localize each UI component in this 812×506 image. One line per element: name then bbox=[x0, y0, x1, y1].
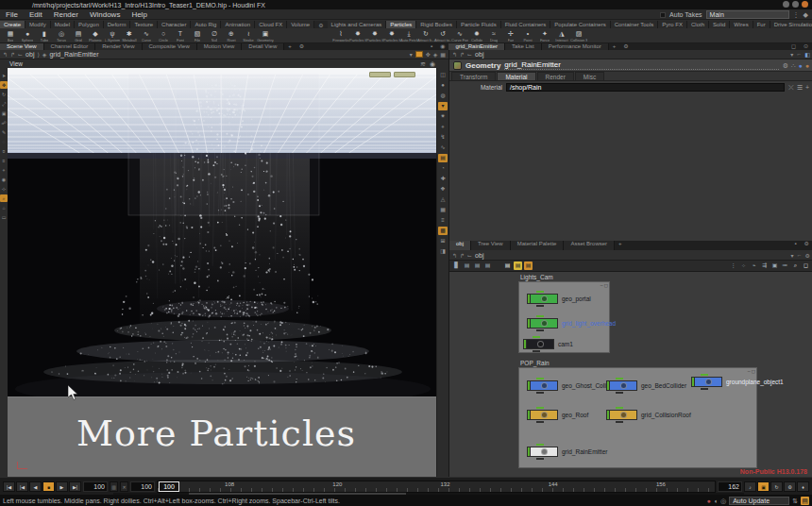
nav-back-icon[interactable]: ↰ bbox=[3, 51, 8, 58]
timeline-ruler[interactable]: 100 108120132144156 bbox=[157, 481, 716, 493]
view-tool-icon[interactable]: ◉ bbox=[0, 176, 8, 183]
param-undo-icon[interactable]: ← bbox=[796, 51, 802, 58]
minimize-button[interactable] bbox=[783, 1, 789, 8]
node-geo_ghost_collision[interactable]: geo_Ghost_Collision bbox=[527, 380, 618, 391]
network-maximize-icon[interactable]: ▪ bbox=[790, 241, 800, 250]
shelf-tool[interactable]: ▦Box bbox=[2, 28, 19, 43]
playbar-settings-icon[interactable]: ⚙ bbox=[784, 481, 796, 492]
net-color-palette-icon[interactable]: ▤ bbox=[514, 261, 522, 270]
node-groundplane_object1[interactable]: groundplane_object1 bbox=[691, 377, 784, 387]
split-view-icon[interactable]: ◨ bbox=[438, 247, 448, 256]
stop-button[interactable]: ■ bbox=[42, 481, 55, 492]
pane-tab-detail-view[interactable]: Detail View bbox=[242, 43, 284, 50]
pane-maximize-icon[interactable]: ◻ bbox=[787, 43, 800, 50]
shelf-tool[interactable]: ✱Metaball bbox=[121, 28, 138, 43]
net-wire-style-icon[interactable]: ⌁ bbox=[750, 261, 758, 270]
cone-icon[interactable]: ◬ bbox=[438, 195, 448, 204]
node-body[interactable] bbox=[530, 294, 558, 304]
align-tool-icon[interactable]: ≡ bbox=[0, 157, 8, 164]
scene-viewport[interactable]: ➤✥↻⤢▣☍✎◌¤≡⌖◉⊹⌕⌂▭ More Particles ◫●◍▾✷⌖↯∿… bbox=[0, 68, 448, 477]
shelf-tool[interactable]: ▨Collision S... bbox=[570, 28, 587, 43]
shelf-tool[interactable]: ⤓Auto Fetch bbox=[400, 28, 417, 43]
shelf-tool[interactable]: ≈Drag bbox=[485, 28, 502, 43]
play-button[interactable]: ▶ bbox=[56, 481, 68, 492]
net-back-icon[interactable]: ↰ bbox=[452, 252, 457, 259]
net-filter-icon[interactable]: ≔ bbox=[781, 261, 789, 270]
shelf-tool[interactable]: ⊕Rivet bbox=[223, 28, 240, 43]
net-forward-icon[interactable]: ↱ bbox=[460, 252, 465, 259]
pane-tab-motion-view[interactable]: Motion View bbox=[197, 43, 243, 50]
brush-tool-icon[interactable]: ✎ bbox=[0, 128, 8, 136]
loop-icon[interactable]: ↻ bbox=[770, 481, 783, 492]
network-add-tab-icon[interactable]: + bbox=[615, 241, 626, 250]
shelf-tab[interactable]: Fur bbox=[753, 21, 770, 28]
pane-link-icon[interactable]: ◉ bbox=[436, 43, 448, 50]
node-geo_bedcollider[interactable]: geo_BedCollider bbox=[606, 380, 686, 391]
shelf-tool[interactable]: ✢Fan bbox=[502, 28, 519, 43]
shelf-tool[interactable]: ▧File bbox=[189, 28, 206, 43]
node-body[interactable] bbox=[694, 377, 722, 387]
shadows-icon[interactable]: ◔ bbox=[438, 164, 448, 173]
pose-tool-icon[interactable]: ☍ bbox=[0, 119, 8, 126]
shelf-tab[interactable]: Animation bbox=[221, 21, 255, 28]
param-tab-render[interactable]: Render bbox=[537, 72, 574, 80]
help-blue-icon[interactable]: ● bbox=[799, 61, 803, 70]
camera-pill-button-2[interactable] bbox=[394, 72, 415, 77]
shelf-tool[interactable]: ψL-System bbox=[104, 28, 121, 43]
shelf-tool[interactable]: ✹Collide bbox=[468, 28, 485, 43]
network-tab-tree-view[interactable]: Tree View bbox=[471, 241, 511, 250]
jump-end-button[interactable]: ▶| bbox=[69, 481, 81, 492]
shelf-tool[interactable]: ○Circle bbox=[155, 28, 172, 43]
node-chooser-icon[interactable]: ⤫ bbox=[788, 83, 794, 92]
pane-tab-channel-editor[interactable]: Channel Editor bbox=[44, 43, 96, 50]
shelf-tab[interactable]: Lights and Cameras bbox=[328, 21, 387, 28]
param-tab-transform[interactable]: Transform bbox=[451, 72, 496, 80]
breadcrumb-node[interactable]: grid_RainEmitter bbox=[49, 51, 98, 58]
net-page-icon-3[interactable]: ▤ bbox=[483, 261, 492, 270]
display-points-icon[interactable]: ◫ bbox=[438, 71, 448, 79]
net-dots-icon[interactable]: ⋮ bbox=[729, 261, 737, 270]
shelf-tab[interactable]: Model bbox=[51, 21, 75, 28]
shelf-tool[interactable]: ✸Particles fr... bbox=[366, 28, 383, 43]
current-frame-marker[interactable]: 100 bbox=[159, 481, 179, 492]
net-overview-icon[interactable]: ▣ bbox=[770, 261, 779, 270]
network-box-pop_rain[interactable]: POP_Rain– ◻geo_Ghost_Collisiongeo_BedCol… bbox=[518, 367, 757, 468]
node-name-field[interactable]: grid_RainEmitter bbox=[504, 60, 778, 70]
net-path-label[interactable]: obj bbox=[475, 252, 483, 259]
network-canvas[interactable]: Non-Public H13.0.178 Lights_Cam– ◻geo_po… bbox=[449, 272, 812, 477]
shelf-tab[interactable]: Populate Containers bbox=[550, 21, 610, 28]
viewport-canvas[interactable]: More Particles bbox=[8, 68, 436, 477]
take-select[interactable]: Main bbox=[706, 10, 789, 19]
shelf-tab[interactable]: Character bbox=[158, 21, 191, 28]
shelf-tab[interactable]: Cloth bbox=[687, 21, 709, 28]
network-tab-obj[interactable]: obj bbox=[449, 241, 471, 250]
prev-frame-button[interactable]: |◀ bbox=[16, 481, 28, 492]
net-snapshot-icon[interactable]: ▤ bbox=[503, 261, 512, 270]
link-icon[interactable]: ◈ bbox=[433, 51, 438, 58]
pane-close-icon[interactable]: ⊙ bbox=[800, 43, 812, 50]
network-tab-material-palette[interactable]: Material Palette bbox=[511, 241, 565, 250]
pin-flag-icon[interactable] bbox=[415, 51, 423, 58]
frame-tool-icon[interactable]: ▭ bbox=[0, 213, 8, 221]
error-indicator-icon[interactable]: ● bbox=[707, 497, 711, 505]
key-icon[interactable]: ♦ bbox=[797, 481, 809, 492]
play-reverse-button[interactable]: ◀ bbox=[29, 481, 42, 492]
auto-takes-checkbox[interactable] bbox=[660, 12, 666, 18]
shelf-tab[interactable]: Rigid Bodies bbox=[416, 21, 457, 28]
pane-gear-icon[interactable]: ⚙ bbox=[296, 43, 308, 50]
param-tab-misc[interactable]: Misc bbox=[575, 72, 604, 80]
cook-indicator-icon[interactable]: ◎ bbox=[720, 497, 726, 505]
shelf-tool[interactable]: ∅Null bbox=[206, 28, 223, 43]
shelf-tab[interactable]: Pyro FX bbox=[658, 21, 687, 28]
node-body[interactable] bbox=[609, 380, 637, 391]
translate-tool-icon[interactable]: ✥ bbox=[0, 81, 8, 89]
grid-icon[interactable]: ▦ bbox=[440, 51, 446, 58]
shelf-gear-icon[interactable]: ⚙ bbox=[314, 22, 327, 28]
shelf-tool[interactable]: ✸Particles fr... bbox=[349, 28, 366, 43]
node-geo_roof[interactable]: geo_Roof bbox=[527, 410, 588, 420]
snap-tool-icon[interactable]: ¤ bbox=[0, 147, 8, 155]
measure-tool-icon[interactable]: ⌖ bbox=[0, 166, 8, 174]
grid-toggle-icon[interactable]: ▤ bbox=[438, 154, 448, 162]
param-dropdown-icon[interactable]: ▾ bbox=[790, 51, 793, 58]
shelf-tab[interactable]: Particle Fluids bbox=[457, 21, 501, 28]
